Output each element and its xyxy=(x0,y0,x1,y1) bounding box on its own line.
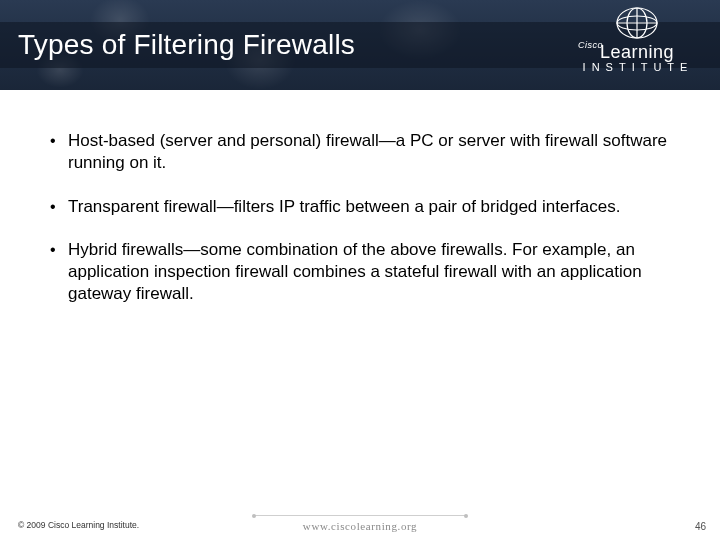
bullet-icon: • xyxy=(50,130,68,174)
brand-logo: Cisco Learning INSTITUTE xyxy=(572,6,702,84)
bullet-text: Hybrid firewalls—some combination of the… xyxy=(68,239,670,304)
list-item: • Hybrid firewalls—some combination of t… xyxy=(50,239,670,304)
bullet-text: Transparent firewall—filters IP traffic … xyxy=(68,196,670,218)
bullet-text: Host-based (server and personal) firewal… xyxy=(68,130,670,174)
copyright-text: © 2009 Cisco Learning Institute. xyxy=(18,520,139,530)
bullet-icon: • xyxy=(50,239,68,304)
list-item: • Transparent firewall—filters IP traffi… xyxy=(50,196,670,218)
page-number: 46 xyxy=(695,521,706,532)
logo-brand-small: Cisco xyxy=(578,40,603,50)
footer-url: www.ciscolearning.org xyxy=(303,520,417,532)
footer: © 2009 Cisco Learning Institute. www.cis… xyxy=(0,512,720,540)
content-body: • Host-based (server and personal) firew… xyxy=(50,130,670,327)
list-item: • Host-based (server and personal) firew… xyxy=(50,130,670,174)
logo-line2: INSTITUTE xyxy=(574,61,702,73)
globe-icon xyxy=(615,6,659,40)
slide-title: Types of Filtering Firewalls xyxy=(0,29,355,61)
footer-rule xyxy=(255,515,465,516)
bullet-icon: • xyxy=(50,196,68,218)
header-band: Types of Filtering Firewalls Cisco Learn… xyxy=(0,0,720,90)
slide: Types of Filtering Firewalls Cisco Learn… xyxy=(0,0,720,540)
